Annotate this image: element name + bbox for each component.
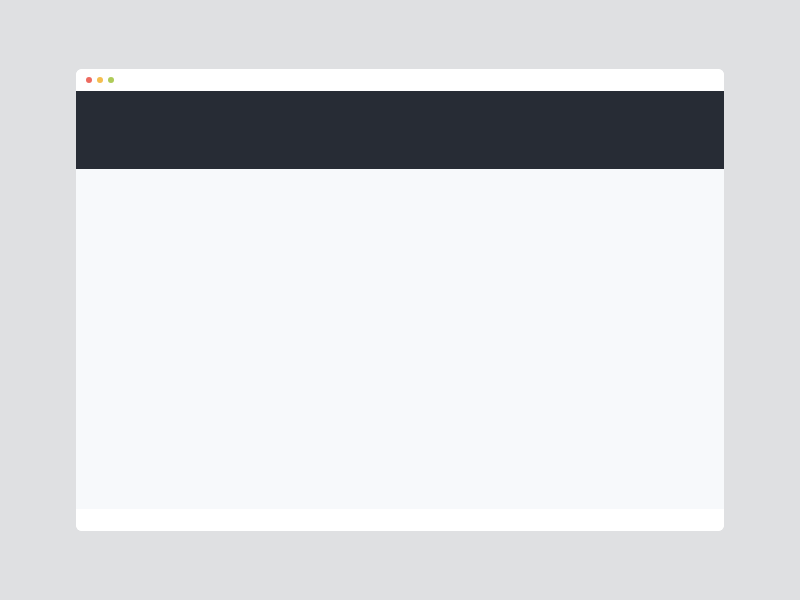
app-window <box>76 69 724 531</box>
minimize-button[interactable] <box>97 77 103 83</box>
content-area <box>76 169 724 509</box>
window-titlebar[interactable] <box>76 69 724 91</box>
header-bar <box>76 91 724 169</box>
zoom-button[interactable] <box>108 77 114 83</box>
close-button[interactable] <box>86 77 92 83</box>
footer-bar <box>76 509 724 531</box>
